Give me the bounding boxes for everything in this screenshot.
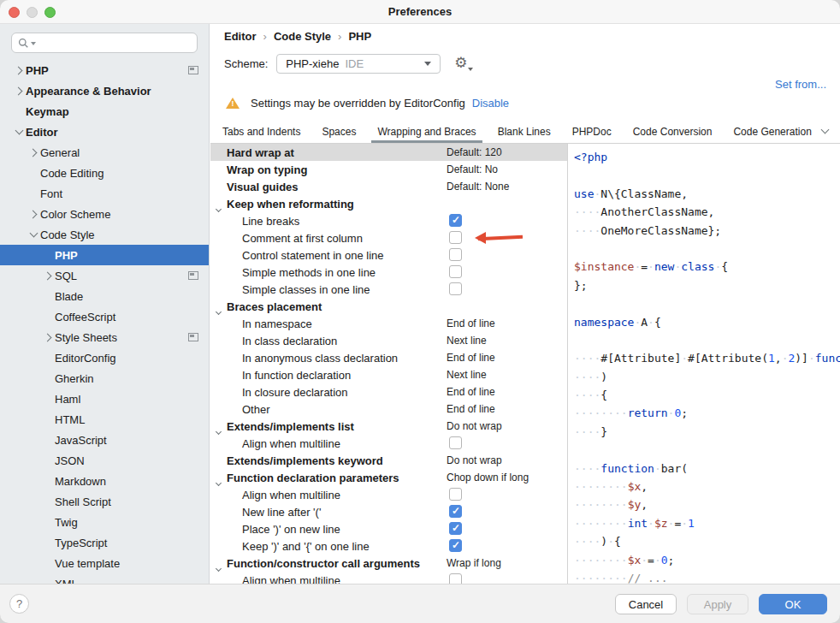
setting-row-wrap-on-typing[interactable]: Wrap on typingDefault: No [210, 161, 567, 178]
setting-row-align-when-multiline[interactable]: Align when multiline [210, 572, 567, 584]
tab-phpdoc[interactable]: PHPDoc [572, 120, 612, 143]
sidebar-item-color-scheme[interactable]: Color Scheme [0, 204, 209, 224]
tabs-overflow-chevron-icon[interactable] [822, 120, 828, 143]
sidebar-item-markdown[interactable]: Markdown [0, 471, 209, 491]
setting-row-in-closure-declaration[interactable]: In closure declarationEnd of line [210, 383, 567, 400]
tab-wrapping-and-braces[interactable]: Wrapping and Braces [377, 120, 476, 143]
set-from-link[interactable]: Set from... [775, 78, 826, 91]
checkbox-checked[interactable] [449, 214, 462, 227]
sidebar-item-vue-template[interactable]: Vue template [0, 553, 209, 573]
search-input[interactable] [40, 37, 191, 50]
setting-row-align-when-multiline[interactable]: Align when multiline [210, 435, 567, 452]
checkbox-unchecked[interactable] [449, 282, 462, 295]
sidebar-item-editor[interactable]: Editor [0, 122, 209, 142]
setting-value[interactable]: Default: 120 [447, 146, 502, 158]
setting-row-extends-implements-keyword[interactable]: Extends/implements keywordDo not wrap [210, 452, 567, 469]
setting-row-braces-placement[interactable]: Braces placement [210, 298, 567, 315]
setting-row-function-declaration-parameters[interactable]: Function declaration parametersChop down… [210, 469, 567, 486]
tab-tabs-and-indents[interactable]: Tabs and Indents [222, 120, 300, 143]
sidebar-item-font[interactable]: Font [0, 183, 209, 204]
disable-link[interactable]: Disable [472, 97, 509, 110]
sidebar-item-php[interactable]: PHP [0, 245, 209, 265]
sidebar-item-php[interactable]: PHP [0, 60, 209, 80]
sidebar-item-coffeescript[interactable]: CoffeeScript [0, 306, 209, 327]
sidebar-item-typescript[interactable]: TypeScript [0, 532, 209, 553]
sidebar-item-sql[interactable]: SQL [0, 265, 209, 286]
tab-code-conversion[interactable]: Code Conversion [633, 120, 713, 143]
search-field[interactable] [11, 33, 198, 53]
checkbox-checked[interactable] [449, 522, 462, 535]
setting-row-simple-methods-in-one-line[interactable]: Simple methods in one line [210, 264, 567, 281]
setting-row-extends-implements-list[interactable]: Extends/implements listDo not wrap [210, 418, 567, 435]
chevron-down-icon[interactable] [29, 229, 38, 238]
checkbox-unchecked[interactable] [449, 248, 462, 261]
sidebar-item-general[interactable]: General [0, 142, 209, 163]
tab-spaces[interactable]: Spaces [322, 120, 356, 143]
sidebar-item-blade[interactable]: Blade [0, 286, 209, 306]
gear-icon[interactable]: ⚙ [454, 56, 472, 71]
setting-value[interactable]: Next line [447, 335, 487, 347]
chevron-down-icon[interactable] [15, 127, 23, 135]
setting-value[interactable]: Default: None [447, 181, 509, 193]
tab-blank-lines[interactable]: Blank Lines [498, 120, 551, 143]
breadcrumb-item-code-style[interactable]: Code Style [274, 30, 331, 43]
sidebar-item-keymap[interactable]: Keymap [0, 101, 209, 122]
setting-row-function-constructor-call-arguments[interactable]: Function/constructor call argumentsWrap … [210, 555, 567, 572]
sidebar-item-html[interactable]: HTML [0, 409, 209, 430]
checkbox-unchecked[interactable] [449, 573, 462, 584]
setting-value[interactable]: End of line [447, 386, 495, 398]
setting-value[interactable]: Do not wrap [447, 454, 502, 466]
setting-row-control-statement-in-one-line[interactable]: Control statement in one line [210, 246, 567, 264]
setting-value[interactable]: Chop down if long [447, 472, 529, 484]
setting-value[interactable]: End of line [447, 403, 495, 415]
help-button[interactable]: ? [9, 594, 29, 614]
setting-value[interactable]: End of line [447, 317, 495, 329]
sidebar-item-editorconfig[interactable]: EditorConfig [0, 347, 209, 368]
setting-value[interactable]: Default: No [447, 163, 498, 175]
sidebar-item-code-style[interactable]: Code Style [0, 224, 209, 245]
sidebar-item-json[interactable]: JSON [0, 450, 209, 471]
checkbox-checked[interactable] [449, 539, 462, 552]
setting-value[interactable]: Do not wrap [447, 420, 502, 432]
sidebar-item-xml[interactable]: XML [0, 573, 209, 584]
setting-value[interactable]: Next line [447, 369, 487, 381]
checkbox-unchecked[interactable] [449, 436, 462, 449]
checkbox-unchecked[interactable] [449, 488, 462, 501]
setting-row-comment-at-first-column[interactable]: Comment at first column [210, 229, 567, 246]
search-options-chevron-icon[interactable] [31, 42, 36, 45]
setting-row-hard-wrap-at[interactable]: Hard wrap atDefault: 120 [210, 144, 567, 161]
checkbox-checked[interactable] [449, 505, 462, 518]
setting-row-line-breaks[interactable]: Line breaks [210, 212, 567, 229]
sidebar-item-twig[interactable]: Twig [0, 512, 209, 532]
sidebar-item-gherkin[interactable]: Gherkin [0, 368, 209, 389]
setting-row-new-line-after[interactable]: New line after '(' [210, 503, 567, 520]
setting-row-keep-when-reformatting[interactable]: Keep when reformatting [210, 195, 567, 212]
sidebar-item-appearance-behavior[interactable]: Appearance & Behavior [0, 80, 209, 101]
sidebar-item-style-sheets[interactable]: Style Sheets [0, 327, 209, 347]
setting-row-in-namespace[interactable]: In namespaceEnd of line [210, 315, 567, 332]
breadcrumb-item-php[interactable]: PHP [348, 30, 371, 43]
chevron-right-icon[interactable] [14, 66, 22, 74]
setting-row-align-when-multiline[interactable]: Align when multiline [210, 486, 567, 503]
breadcrumb-item-editor[interactable]: Editor [224, 30, 257, 43]
setting-row-keep-and-on-one-line[interactable]: Keep ')' and '{' on one line [210, 537, 567, 555]
setting-value[interactable]: Wrap if long [447, 557, 501, 569]
chevron-right-icon[interactable] [43, 333, 51, 341]
chevron-right-icon[interactable] [43, 271, 51, 280]
sidebar-item-haml[interactable]: Haml [0, 389, 209, 409]
sidebar-item-shell-script[interactable]: Shell Script [0, 491, 209, 512]
chevron-right-icon[interactable] [28, 210, 37, 218]
setting-row-simple-classes-in-one-line[interactable]: Simple classes in one line [210, 281, 567, 298]
setting-row-place-on-new-line[interactable]: Place ')' on new line [210, 520, 567, 537]
chevron-right-icon[interactable] [14, 86, 22, 95]
chevron-right-icon[interactable] [28, 148, 37, 157]
setting-row-in-anonymous-class-declaration[interactable]: In anonymous class declarationEnd of lin… [210, 349, 567, 366]
apply-button[interactable]: Apply [687, 594, 748, 614]
setting-row-in-function-declaration[interactable]: In function declarationNext line [210, 366, 567, 383]
setting-row-other[interactable]: OtherEnd of line [210, 400, 567, 418]
setting-row-visual-guides[interactable]: Visual guidesDefault: None [210, 178, 567, 195]
sidebar-item-javascript[interactable]: JavaScript [0, 430, 209, 450]
setting-value[interactable]: End of line [447, 352, 495, 364]
tab-code-generation[interactable]: Code Generation [733, 120, 811, 143]
cancel-button[interactable]: Cancel [615, 594, 677, 614]
